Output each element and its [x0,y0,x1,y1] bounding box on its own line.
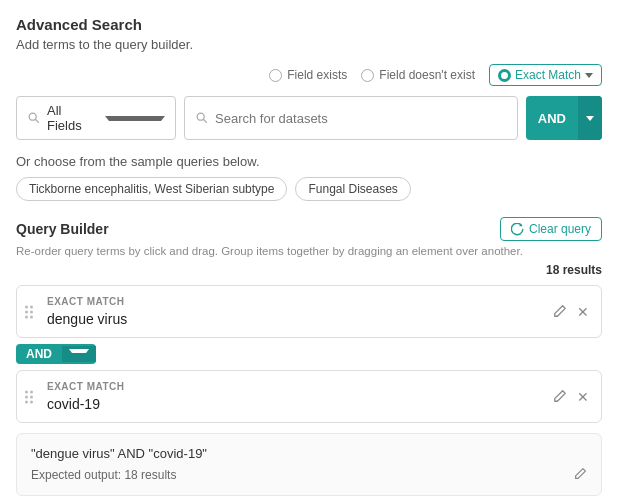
raw-query-box: "dengue virus" AND "covid-19" Expected o… [16,433,602,496]
exact-match-radio [498,69,511,82]
clear-query-button[interactable]: Clear query [500,217,602,241]
expected-output-row: Expected output: 18 results [31,467,587,483]
field-select-dropdown[interactable]: All Fields [16,96,176,140]
query-card-1-actions: ✕ [551,387,591,407]
results-count: 18 results [16,263,602,277]
query-card-1: EXACT MATCH covid-19 ✕ [16,370,602,423]
edit-raw-query-button[interactable] [574,467,587,483]
exact-match-button[interactable]: Exact Match [489,64,602,86]
query-builder-header: Query Builder Clear query [16,217,602,241]
page-subtitle: Add terms to the query builder. [16,37,602,52]
and-button-label[interactable]: AND [526,105,578,132]
drag-handle-1[interactable] [25,390,33,403]
sample-tag-1[interactable]: Fungal Diseases [295,177,410,201]
exact-match-label: Exact Match [515,68,581,82]
field-doesnt-exist-option[interactable]: Field doesn't exist [361,68,475,82]
remove-card-1-button[interactable]: ✕ [575,388,591,406]
svg-line-3 [204,120,207,123]
query-card-0-label: EXACT MATCH [47,296,589,307]
exact-match-chevron-icon [585,73,593,78]
edit-card-0-button[interactable] [551,302,569,322]
and-connector: AND [16,344,602,364]
field-exists-radio[interactable] [269,69,282,82]
edit-card-1-button[interactable] [551,387,569,407]
sample-queries-label: Or choose from the sample queries below. [16,154,602,169]
drag-hint: Re-order query terms by click and drag. … [16,245,602,257]
raw-query-text: "dengue virus" AND "covid-19" [31,446,587,461]
clear-query-label: Clear query [529,222,591,236]
and-chevron-icon [586,116,594,121]
and-connector-arrow[interactable] [62,346,96,362]
field-doesnt-exist-radio[interactable] [361,69,374,82]
search-row: All Fields AND [16,96,602,140]
page-title: Advanced Search [16,16,602,33]
query-card-0-actions: ✕ [551,302,591,322]
refresh-icon [511,223,524,236]
query-card-1-value: covid-19 [47,396,589,412]
field-doesnt-exist-label: Field doesn't exist [379,68,475,82]
remove-card-0-button[interactable]: ✕ [575,303,591,321]
query-card-0-value: dengue virus [47,311,589,327]
match-options-row: Field exists Field doesn't exist Exact M… [16,64,602,86]
query-builder-title: Query Builder [16,221,109,237]
query-card-1-label: EXACT MATCH [47,381,589,392]
field-exists-option[interactable]: Field exists [269,68,347,82]
search-input[interactable] [215,111,507,126]
field-exists-label: Field exists [287,68,347,82]
query-card-0: EXACT MATCH dengue virus ✕ [16,285,602,338]
field-select-value: All Fields [47,103,99,133]
field-search-icon [27,111,41,125]
expected-output-text: Expected output: 18 results [31,468,176,482]
search-icon [195,111,209,125]
and-connector-chevron-icon [69,349,89,359]
field-select-chevron-icon [105,116,165,121]
sample-tags-list: Tickborne encephalitis, West Siberian su… [16,177,602,201]
svg-line-1 [36,120,39,123]
search-input-wrapper [184,96,518,140]
and-button-arrow[interactable] [578,96,602,140]
and-connector-button[interactable]: AND [16,344,96,364]
drag-handle-0[interactable] [25,305,33,318]
and-button[interactable]: AND [526,96,602,140]
and-connector-label[interactable]: AND [16,344,62,364]
sample-tag-0[interactable]: Tickborne encephalitis, West Siberian su… [16,177,287,201]
